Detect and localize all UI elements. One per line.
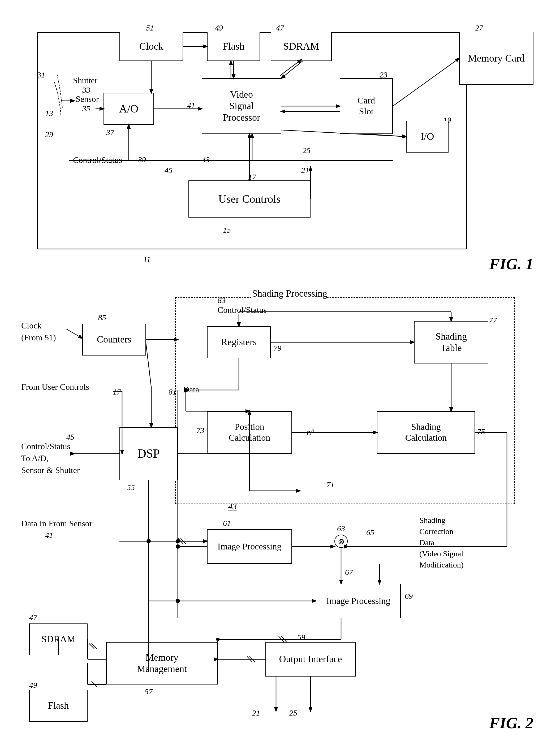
ref-23: 23 — [380, 70, 387, 79]
ref-37: 37 — [106, 128, 114, 137]
ri2-label: rᵢ² — [306, 427, 314, 437]
svg-line-35 — [180, 538, 186, 544]
memory-management-block: MemoryManagement — [106, 642, 218, 685]
clock-block: Clock — [119, 32, 183, 61]
shading-processing-label: Shading Processing — [252, 288, 327, 299]
ao-block: A/O — [103, 93, 154, 125]
svg-line-70 — [89, 644, 94, 649]
fig2-label: FIG. 2 — [489, 714, 534, 732]
user-controls-block: User Controls — [188, 180, 311, 218]
ref-45-fig1: 45 — [164, 166, 173, 175]
ref-47: 47 — [276, 23, 284, 33]
ref-49: 49 — [215, 23, 223, 33]
video-signal-processor-block: VideoSignalProcessor — [202, 78, 281, 134]
control-status-top: Control/Status — [218, 305, 267, 315]
ref-79: 79 — [273, 344, 281, 352]
ref-61: 61 — [223, 519, 231, 528]
sdram-block-fig1: SDRAM — [271, 32, 332, 61]
fig1-label: FIG. 1 — [489, 255, 534, 273]
ref-17-fig2: 17 — [113, 387, 121, 396]
ref-41: 41 — [187, 101, 195, 110]
ref-51: 51 — [146, 23, 154, 33]
svg-line-19 — [66, 329, 82, 338]
ref-29: 29 — [45, 130, 53, 139]
ref-81: 81 — [168, 387, 177, 396]
ref-21-fig2: 21 — [252, 708, 260, 717]
data-in-from-sensor-label: Data In From Sensor — [21, 519, 92, 529]
ref-13: 13 — [45, 109, 53, 118]
shutter-label: Shutter — [73, 76, 97, 85]
ref-55: 55 — [127, 483, 135, 492]
ref-43-fig2: 43 — [228, 502, 237, 511]
svg-line-74 — [92, 681, 97, 687]
page: 11 51 Clock 49 Flash 47 SDRAM 27 Memory … — [0, 0, 560, 754]
image-processing-1-block: Image Processing — [207, 529, 292, 564]
fig1-container: 11 51 Clock 49 Flash 47 SDRAM 27 Memory … — [21, 16, 539, 276]
ref-43-fig1: 43 — [202, 155, 210, 164]
sensor-label: Sensor — [76, 94, 99, 104]
ref-25-fig2: 25 — [289, 708, 297, 717]
ref-41-fig2: 41 — [45, 531, 53, 539]
svg-line-69 — [92, 644, 97, 649]
svg-line-58 — [247, 656, 252, 662]
svg-point-76 — [176, 545, 180, 549]
shading-correction-label: ShadingCorrectionData(Video SignalModifi… — [419, 515, 464, 570]
svg-line-57 — [249, 656, 255, 662]
svg-point-51 — [176, 539, 180, 543]
image-processing-2-block: Image Processing — [316, 584, 401, 618]
ref-73: 73 — [196, 426, 204, 435]
ref-45-fig2: 45 — [66, 432, 74, 442]
svg-line-21 — [146, 344, 151, 387]
ref-57: 57 — [145, 687, 153, 696]
ref-27: 27 — [475, 23, 483, 33]
counters-block: Counters — [82, 324, 146, 355]
ref-25-fig1: 25 — [303, 146, 311, 155]
ref-65: 65 — [366, 528, 374, 537]
multiply-symbol: ⊗ — [335, 535, 348, 548]
ref-21-fig1: 21 — [301, 166, 309, 175]
position-calc-block: PositionCalculation — [207, 411, 292, 454]
shading-calc-block: ShadingCalculation — [377, 411, 475, 454]
clock-from51-label: Clock(From 51) — [21, 320, 56, 344]
ref-31: 31 — [37, 70, 45, 79]
ref-47-fig2: 47 — [29, 613, 37, 622]
ref-75: 75 — [477, 427, 485, 436]
svg-line-63 — [279, 636, 284, 642]
ref-67: 67 — [345, 568, 353, 577]
data-label: Data — [183, 385, 199, 394]
dsp-block: DSP — [119, 427, 178, 480]
sdram-block-fig2: SDRAM — [29, 624, 87, 655]
svg-point-32 — [146, 539, 151, 543]
card-slot-block: CardSlot — [340, 78, 393, 134]
svg-line-62 — [281, 636, 287, 642]
ref-71: 71 — [326, 480, 335, 489]
svg-line-36 — [178, 538, 183, 544]
from-user-controls-label: From User Controls — [21, 382, 89, 392]
ref-49-fig2: 49 — [29, 680, 37, 690]
ref-33: 33 — [82, 85, 90, 95]
ref-35: 35 — [82, 104, 90, 113]
fig2-container: Shading Processing Control/Status 83 Reg… — [21, 297, 539, 735]
control-status-label-fig1: Control/Status — [73, 155, 122, 165]
ref-11: 11 — [143, 255, 151, 264]
registers-block: Registers — [207, 326, 271, 358]
ref-39: 39 — [138, 155, 146, 164]
svg-point-78 — [176, 599, 180, 603]
flash-block: Flash — [207, 32, 260, 61]
ref-85: 85 — [98, 313, 106, 322]
ref-59: 59 — [297, 633, 305, 642]
ref-63: 63 — [337, 524, 345, 533]
io-block: I/O — [406, 121, 448, 152]
control-status-left-label: Control/StatusTo A/D,Sensor & Shutter — [21, 441, 80, 476]
flash-block-fig2: Flash — [29, 690, 87, 721]
ref-83: 83 — [218, 296, 225, 305]
ref-69: 69 — [405, 592, 413, 600]
ref-17-fig1: 17 — [248, 172, 256, 182]
ref-77: 77 — [489, 316, 497, 325]
ref-15-fig1: 15 — [223, 225, 231, 235]
output-interface-block: Output Interface — [265, 642, 356, 676]
shading-table-block: ShadingTable — [414, 321, 488, 364]
memory-card-block: Memory Card — [459, 32, 534, 85]
